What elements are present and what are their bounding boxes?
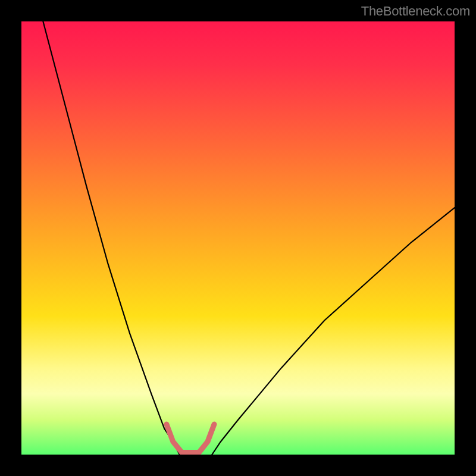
chart-svg bbox=[21, 21, 455, 455]
series-bottom-bracket bbox=[167, 424, 214, 452]
watermark-text: TheBottleneck.com bbox=[361, 4, 470, 19]
series-left-curve bbox=[43, 21, 179, 455]
chart-frame: TheBottleneck.com bbox=[0, 0, 476, 476]
series-right-curve bbox=[212, 208, 455, 455]
chart-plot-area bbox=[21, 21, 455, 455]
